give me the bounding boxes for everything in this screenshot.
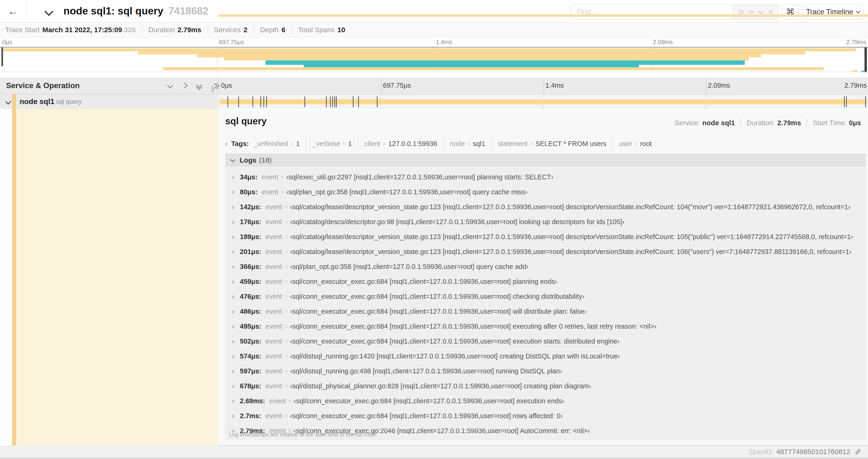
log-key: event [266,203,282,211]
log-marker-tick [252,96,253,107]
depth-value: 6 [282,26,286,34]
log-expand-chevron-icon[interactable]: › [232,173,240,181]
tick-label: 697.75μs [219,38,244,46]
collapse-trace-chevron-icon[interactable] [46,8,53,15]
log-key: event [269,397,286,405]
tag-value: 1 [296,140,300,147]
log-key: event [266,337,282,345]
minimap-range-handle-right[interactable] [865,47,867,72]
log-marker-tick [264,96,264,107]
tag-equals: = [530,140,533,147]
log-marker-tick [260,96,261,107]
log-expand-chevron-icon[interactable]: › [232,367,240,375]
start-time-label: Start Time: [813,119,846,127]
log-marker-tick [377,96,377,107]
log-row[interactable]: ›142μs:event=‹sql/catalog/lease/descript… [225,199,865,214]
divider [0,72,868,72]
log-expand-chevron-icon[interactable]: › [232,188,240,196]
service-operation-header: Service & Operation [6,81,80,90]
keyboard-shortcuts-button[interactable]: ⌘ [782,4,799,20]
log-expand-chevron-icon[interactable]: › [232,412,240,420]
log-row[interactable]: ›189μs:event=‹sql/catalog/lease/descript… [225,229,865,244]
divider [741,119,741,127]
log-row[interactable]: ›176μs:event=‹sql/catalog/descs/descript… [225,214,865,229]
span-row[interactable]: node sql1 sql query [0,94,868,109]
tag-value: root [640,140,652,147]
log-expand-chevron-icon[interactable]: › [232,263,240,270]
log-expand-chevron-icon[interactable]: › [232,248,240,256]
log-row[interactable]: ›2.7ms:event=‹sql/conn_executor_exec.go:… [225,408,865,423]
log-expand-chevron-icon[interactable]: › [232,397,240,405]
expand-one-icon[interactable] [183,83,187,88]
minimap-span-bar [197,54,761,57]
log-expand-chevron-icon[interactable]: › [232,277,240,286]
log-row[interactable]: ›502μs:event=‹sql/conn_executor_exec.go:… [225,334,865,349]
log-expand-chevron-icon[interactable]: › [232,382,240,390]
logs-collapse-chevron-icon[interactable] [231,158,235,162]
minimap-span-bar [224,57,749,60]
column-resize-grip[interactable]: ∥ [211,85,215,93]
tag-value: 127.0.0.1:59936 [388,140,437,147]
tag-equals: = [290,140,294,147]
log-expand-chevron-icon[interactable]: › [232,233,240,241]
log-row[interactable]: ›495μs:event=‹sql/conn_executor_exec.go:… [225,319,865,334]
log-expand-chevron-icon[interactable]: › [232,352,240,360]
log-marker-tick [227,96,228,107]
tags-label: Tags: [231,140,249,147]
log-expand-chevron-icon[interactable]: › [232,292,240,300]
start-time-value: 0μs [849,119,861,127]
log-row[interactable]: ›678μs:event=‹sql/distsql_physical_plann… [225,379,865,393]
tags-row[interactable]: › Tags: _unfinished=1_verbose=1client=12… [225,138,861,150]
log-expand-chevron-icon[interactable]: › [232,218,240,226]
find-input[interactable] [571,5,732,19]
log-value: ‹sql/catalog/lease/descriptor_version_st… [290,233,853,241]
tag-item: node=sql1 [450,140,492,147]
tags-expand-chevron-icon[interactable]: › [225,140,227,147]
collapse-one-icon[interactable] [168,83,172,88]
log-expand-chevron-icon[interactable]: › [232,203,240,211]
minimap-range-handle-left[interactable] [1,47,3,66]
logs-label: Logs [240,156,256,164]
bottom-strip: SpanID: 4877749850101760812 [0,446,868,459]
log-key: event [266,382,282,390]
deep-link-icon[interactable] [854,448,862,456]
log-expand-chevron-icon[interactable]: › [232,337,240,345]
tag-key: _verbose [312,140,340,147]
tick-label: 2.09ms [653,38,673,46]
trace-minimap: 0μs697.75μs1.4ms2.09ms2.79ms [0,38,868,72]
log-timestamp: 597μs: [240,367,261,375]
span-row-name-column[interactable]: node sql1 sql query [0,94,218,109]
log-row[interactable]: ›597μs:event=‹sql/distsql_running.go:498… [225,364,865,379]
next-match-icon[interactable] [759,9,763,15]
tag-item: user=root [619,140,652,147]
trace-view-selector[interactable]: Trace Timeline [802,4,864,20]
log-key: event [266,367,282,375]
span-row-timeline[interactable] [218,94,868,109]
log-timestamp: 486μs: [240,308,261,315]
log-row[interactable]: ›201μs:event=‹sql/catalog/lease/descript… [225,244,865,259]
tick-label: 1.4ms [546,81,564,89]
log-timestamp: 189μs: [240,233,261,241]
logs-header[interactable]: Logs (18) [225,154,865,167]
log-equals: = [284,293,288,300]
span-collapse-chevron-icon[interactable] [6,100,10,105]
log-row[interactable]: ›366μs:event=‹sql/plan_opt.go:358 [nsql1… [225,259,865,274]
prev-match-icon[interactable] [750,9,754,15]
timeline-tick-labels: 0μs697.75μs1.4ms2.09ms2.79ms [218,77,868,94]
log-timestamp: 495μs: [240,323,261,330]
back-button[interactable]: ← [0,0,27,22]
log-row[interactable]: ›486μs:event=‹sql/conn_executor_exec.go:… [225,304,865,319]
log-expand-chevron-icon[interactable]: › [232,307,240,315]
collapse-all-icon[interactable] [197,83,202,89]
log-row[interactable]: ›574μs:event=‹sql/distsql_running.go:142… [225,349,865,364]
log-key: event [266,412,282,420]
log-row[interactable]: ›80μs:event=‹sql/plan_opt.go:358 [nsql1,… [225,185,865,199]
log-row[interactable]: ›2.69ms:event=‹sql/conn_executor_exec.go… [225,393,865,408]
detail-left-gutter [0,109,12,446]
tag-item: client=127.0.0.1:59936 [365,140,443,147]
log-expand-chevron-icon[interactable]: › [232,322,240,330]
log-row[interactable]: ›476μs:event=‹sql/conn_executor_exec.go:… [225,289,865,304]
log-row[interactable]: ›34μs:event=‹sql/exec_util.go:2297 [nsql… [225,170,865,185]
log-row[interactable]: ›459μs:event=‹sql/conn_executor_exec.go:… [225,274,865,289]
minimap-canvas[interactable] [0,47,868,72]
